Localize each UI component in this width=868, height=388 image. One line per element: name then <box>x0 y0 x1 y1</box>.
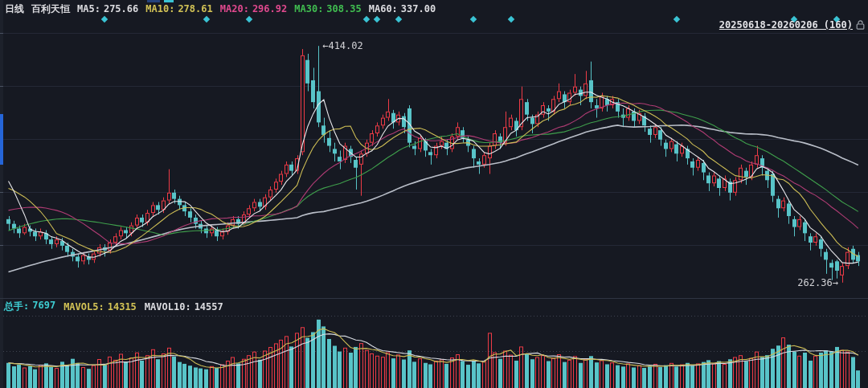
ma10-readout: MA10: 278.61 <box>145 3 212 14</box>
price-annotation-low: 262.36→ <box>797 277 838 288</box>
total-volume-value: 7697 <box>32 300 55 313</box>
ma5-label: MA5: <box>77 3 100 14</box>
period-label[interactable]: 日线 <box>5 2 24 16</box>
stock-chart-window: 日线 百利天恒 MA5: 275.66 MA10: 278.61 MA20: 2… <box>0 0 868 388</box>
ma10-value: 278.61 <box>178 3 212 14</box>
ma60-readout: MA60: 337.00 <box>369 3 436 14</box>
mavol10-label: MAVOL10: <box>145 301 191 312</box>
lock-icon <box>856 20 865 30</box>
ma10-label: MA10: <box>145 3 174 14</box>
ma20-readout: MA20: 296.92 <box>220 3 287 14</box>
ma30-label: MA30: <box>294 3 323 14</box>
left-scrollbar-thumb[interactable] <box>0 114 3 165</box>
ma20-label: MA20: <box>220 3 249 14</box>
date-range-selector[interactable]: 20250618-20260206 (160) <box>719 19 865 31</box>
date-range-text[interactable]: 20250618-20260206 (160) <box>719 19 853 31</box>
ma5-value: 275.66 <box>104 3 138 14</box>
volume-header: 总手: 7697 MAVOL5: 14315 MAVOL10: 14557 <box>4 300 223 312</box>
top-range-indicator-current[interactable] <box>164 0 174 2</box>
mavol5-label: MAVOL5: <box>63 301 104 312</box>
mavol5-value: 14315 <box>108 301 137 312</box>
ma30-value: 308.35 <box>326 3 361 14</box>
total-volume-label: 总手: <box>4 300 29 313</box>
mavol10-value: 14557 <box>194 301 223 312</box>
top-range-indicator[interactable] <box>147 0 160 2</box>
ma30-readout: MA30: 308.35 <box>294 3 361 14</box>
mavol10-readout: MAVOL10: 14557 <box>145 301 223 312</box>
ma20-value: 296.92 <box>252 3 287 14</box>
ma5-readout: MA5: 275.66 <box>77 3 138 14</box>
ma60-value: 337.00 <box>401 3 436 14</box>
stock-name[interactable]: 百利天恒 <box>31 2 70 16</box>
mavol5-readout: MAVOL5: 14315 <box>63 301 137 312</box>
candlestick-chart-canvas[interactable] <box>0 0 868 388</box>
price-annotation-high: ←414.02 <box>322 40 363 51</box>
chart-header: 日线 百利天恒 MA5: 275.66 MA10: 278.61 MA20: 2… <box>5 2 436 15</box>
ma60-label: MA60: <box>369 3 398 14</box>
total-volume-readout: 总手: 7697 <box>4 300 55 313</box>
